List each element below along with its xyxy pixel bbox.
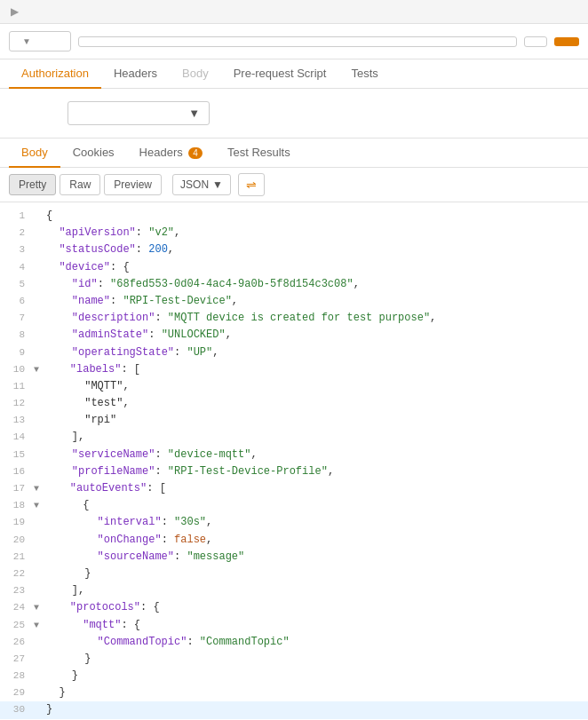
line-number: 16 [0, 463, 34, 480]
tab-headers[interactable]: Headers [101, 59, 170, 89]
line-number: 8 [0, 327, 34, 344]
line-content: { [34, 208, 588, 225]
auth-section: ▼ [0, 89, 588, 138]
line-number: 12 [0, 395, 34, 412]
collapse-icon[interactable]: ▼ [34, 499, 44, 510]
line-number: 4 [0, 259, 34, 276]
line-content: "statusCode": 200, [34, 241, 588, 258]
line-content: "test", [34, 395, 588, 412]
collapse-icon[interactable]: ▼ [34, 363, 44, 374]
line-content: "interval": "30s", [34, 514, 588, 531]
json-line-18: 18▼ { [0, 497, 588, 514]
line-number: 29 [0, 684, 34, 701]
line-number: 19 [0, 514, 34, 531]
line-content: "adminState": "UNLOCKED", [34, 327, 588, 344]
line-content: ▼ "protocols": { [34, 599, 588, 616]
line-number: 30 [0, 701, 34, 718]
auth-type-select[interactable]: ▼ [68, 101, 210, 125]
response-tab-body[interactable]: Body [9, 138, 60, 168]
wrap-button[interactable]: ⇌ [238, 173, 265, 196]
line-content: ▼ { [34, 497, 588, 514]
json-line-27: 27 } [0, 651, 588, 668]
json-line-1: 1{ [0, 208, 588, 225]
line-number: 18 [0, 497, 34, 514]
collapse-icon[interactable]: ▼ [34, 619, 44, 629]
format-type-select[interactable]: JSON ▼ [172, 174, 231, 195]
line-number: 24 [0, 599, 34, 616]
line-content: "id": "68fed553-0d04-4ac4-9a0b-5f8d154c3… [34, 276, 588, 293]
request-row: ▼ [0, 24, 588, 59]
line-content: "sourceName": "message" [34, 549, 588, 566]
line-content: "profileName": "RPI-Test-Device-Profile"… [34, 463, 588, 480]
format-type-value: JSON [180, 178, 209, 191]
json-line-16: 16 "profileName": "RPI-Test-Device-Profi… [0, 463, 588, 480]
line-content: } [34, 566, 588, 582]
format-row: Pretty Raw Preview JSON ▼ ⇌ [0, 168, 588, 202]
json-line-28: 28 } [0, 668, 588, 684]
url-input[interactable] [78, 36, 517, 47]
json-line-20: 20 "onChange": false, [0, 532, 588, 549]
line-content: "MQTT", [34, 378, 588, 395]
json-line-25: 25▼ "mqtt": { [0, 617, 588, 634]
json-line-29: 29 } [0, 684, 588, 701]
line-content: ▼ "labels": [ [34, 361, 588, 378]
response-tab-headers[interactable]: Headers 4 [127, 138, 215, 168]
collapse-icon[interactable]: ▼ [34, 482, 44, 493]
json-line-14: 14 ], [0, 429, 588, 446]
params-button[interactable] [524, 36, 547, 47]
line-number: 13 [0, 412, 34, 429]
json-line-7: 7 "description": "MQTT device is created… [0, 310, 588, 327]
json-line-21: 21 "sourceName": "message" [0, 549, 588, 566]
line-content: } [34, 668, 588, 684]
response-tab-cookies[interactable]: Cookies [60, 138, 127, 168]
line-number: 10 [0, 361, 34, 378]
line-content: "apiVersion": "v2", [34, 225, 588, 241]
send-button[interactable] [554, 37, 579, 46]
breadcrumb: ▶ [0, 0, 588, 24]
line-number: 5 [0, 276, 34, 293]
collapse-icon[interactable]: ▼ [34, 601, 44, 612]
json-line-2: 2 "apiVersion": "v2", [0, 225, 588, 241]
line-content: "serviceName": "device-mqtt", [34, 447, 588, 463]
headers-badge: 4 [188, 147, 203, 159]
line-content: } [34, 651, 588, 668]
line-number: 11 [0, 378, 34, 395]
line-content: ], [34, 429, 588, 446]
tab-tests[interactable]: Tests [338, 59, 390, 89]
tab-pre-request-script[interactable]: Pre-request Script [221, 59, 339, 89]
tab-body[interactable]: Body [170, 59, 221, 89]
line-number: 6 [0, 293, 34, 310]
line-number: 23 [0, 582, 34, 599]
format-preview-button[interactable]: Preview [104, 174, 162, 195]
line-number: 20 [0, 532, 34, 549]
tab-authorization[interactable]: Authorization [9, 59, 101, 89]
method-chevron-icon: ▼ [22, 36, 31, 46]
json-line-12: 12 "test", [0, 395, 588, 412]
json-line-6: 6 "name": "RPI-Test-Device", [0, 293, 588, 310]
auth-select-chevron-icon: ▼ [188, 107, 200, 120]
line-number: 28 [0, 668, 34, 684]
line-content: ▼ "autoEvents": [ [34, 480, 588, 497]
line-content: "description": "MQTT device is created f… [34, 310, 588, 327]
method-selector[interactable]: ▼ [9, 31, 71, 51]
line-number: 14 [0, 429, 34, 446]
json-line-26: 26 "CommandTopic": "CommandTopic" [0, 634, 588, 651]
response-tab-test-results[interactable]: Test Results [215, 138, 303, 168]
line-number: 27 [0, 651, 34, 668]
line-number: 21 [0, 549, 34, 566]
json-line-5: 5 "id": "68fed553-0d04-4ac4-9a0b-5f8d154… [0, 276, 588, 293]
json-line-11: 11 "MQTT", [0, 378, 588, 395]
line-content: ], [34, 582, 588, 599]
response-tabs: Body Cookies Headers 4 Test Results [0, 138, 588, 168]
json-line-3: 3 "statusCode": 200, [0, 241, 588, 258]
line-content: } [34, 701, 588, 718]
line-number: 26 [0, 634, 34, 651]
format-raw-button[interactable]: Raw [60, 174, 100, 195]
format-pretty-button[interactable]: Pretty [9, 174, 56, 195]
json-viewer: 1{2 "apiVersion": "v2",3 "statusCode": 2… [0, 202, 588, 720]
json-line-9: 9 "operatingState": "UP", [0, 344, 588, 361]
json-line-17: 17▼ "autoEvents": [ [0, 480, 588, 497]
line-content: "device": { [34, 259, 588, 276]
line-number: 7 [0, 310, 34, 327]
line-content: ▼ "mqtt": { [34, 617, 588, 634]
